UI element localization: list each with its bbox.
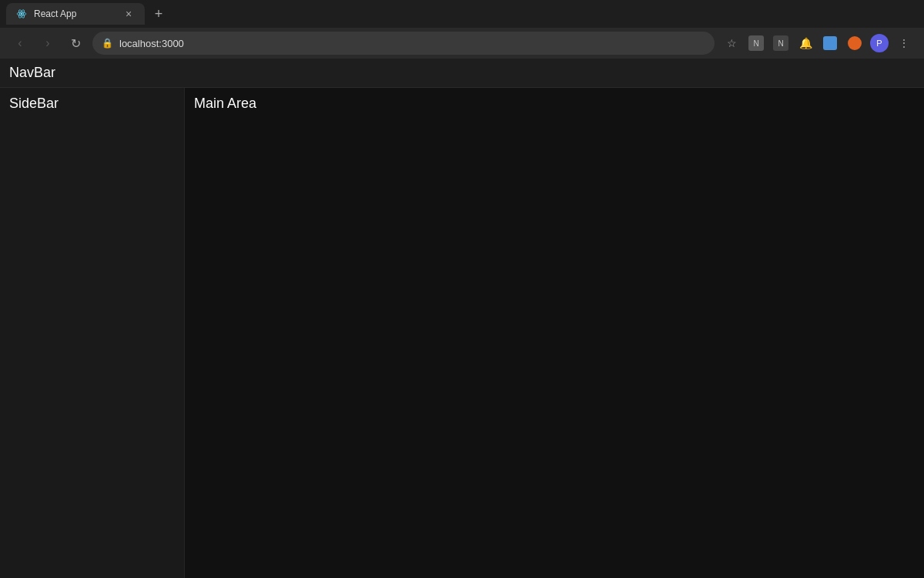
extension-button-1[interactable]: N xyxy=(745,32,767,54)
bell-icon: 🔔 xyxy=(799,37,812,49)
ext-icon-1: N xyxy=(748,35,764,51)
back-button[interactable]: ‹ xyxy=(9,32,31,54)
extension-button-5[interactable] xyxy=(844,32,865,54)
tab-bar: React App × + xyxy=(0,0,924,28)
profile-button[interactable]: P xyxy=(869,32,890,54)
lock-icon: 🔒 xyxy=(102,38,113,49)
svg-point-0 xyxy=(21,13,23,15)
reload-button[interactable]: ↻ xyxy=(65,32,86,54)
sidebar-text: SideBar xyxy=(9,96,59,111)
back-icon: ‹ xyxy=(18,36,22,50)
reload-icon: ↻ xyxy=(71,36,81,51)
browser-tab[interactable]: React App × xyxy=(6,3,145,25)
address-bar[interactable]: 🔒 localhost:3000 xyxy=(92,32,715,55)
extension-button-3[interactable]: 🔔 xyxy=(795,32,816,54)
app-navbar: NavBar xyxy=(0,59,924,88)
extension-button-2[interactable]: N xyxy=(770,32,792,54)
star-icon: ☆ xyxy=(727,37,737,49)
forward-icon: › xyxy=(45,36,49,50)
app-sidebar: SideBar xyxy=(0,88,185,578)
ext-icon-2: N xyxy=(773,35,788,51)
forward-button[interactable]: › xyxy=(37,32,59,54)
new-tab-button[interactable]: + xyxy=(148,3,169,25)
tab-close-button[interactable]: × xyxy=(122,7,136,21)
main-area-text: Main Area xyxy=(194,96,256,111)
address-text: localhost:3000 xyxy=(119,38,705,49)
tab-title: React App xyxy=(34,8,116,19)
app-body: SideBar Main Area xyxy=(0,88,924,578)
menu-dots-icon: ⋮ xyxy=(899,37,909,49)
browser-chrome: React App × + ‹ › ↻ 🔒 localhost:3000 ☆ N xyxy=(0,0,924,59)
profile-icon: P xyxy=(870,34,889,52)
extension-button-4[interactable] xyxy=(819,32,841,54)
ext-orange-icon xyxy=(848,36,862,50)
nav-actions: ☆ N N 🔔 P ⋮ xyxy=(721,32,915,54)
ext-blue-icon xyxy=(823,36,837,50)
app-container: NavBar SideBar Main Area xyxy=(0,59,924,578)
navigation-bar: ‹ › ↻ 🔒 localhost:3000 ☆ N N 🔔 xyxy=(0,28,924,59)
navbar-text: NavBar xyxy=(9,65,55,80)
bookmark-button[interactable]: ☆ xyxy=(721,32,742,54)
app-main: Main Area xyxy=(185,88,924,578)
react-favicon-icon xyxy=(15,8,28,20)
menu-button[interactable]: ⋮ xyxy=(893,32,915,54)
